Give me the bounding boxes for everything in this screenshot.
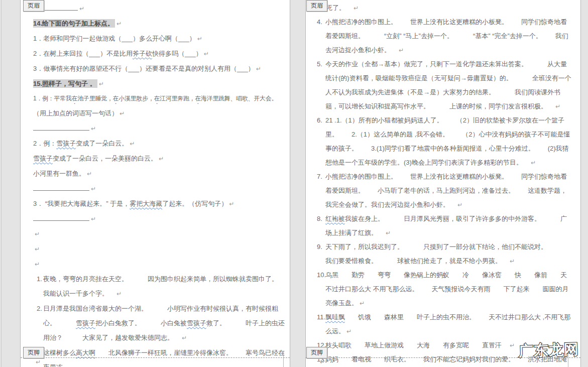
pilcrow-mark: ↵ — [346, 328, 351, 335]
text-run: 把小白兔救了。 小白兔被 — [95, 319, 187, 327]
empty-paragraph[interactable]: ↵ — [33, 241, 289, 257]
pilcrow-mark: ↵ — [360, 300, 365, 307]
wavy-text-run: 雾把大海藏 — [130, 200, 162, 207]
footer-boundary-line — [21, 357, 290, 358]
wavy-text-run: 红袍被 — [325, 215, 345, 222]
pilcrow-mark: ↵ — [386, 229, 391, 236]
wavy-text-run: 雪孩子 — [76, 319, 95, 327]
list-item[interactable]: 11.飘哇飘 饥饿 森林里 叶子上的虫不用治。 天不过井口那么大 ,不用飞那么远… — [317, 310, 573, 338]
section-heading[interactable]: 15.照样子，写句子 。↵ — [33, 76, 289, 91]
list-number: 9. — [317, 240, 322, 254]
paragraph[interactable]: ↵ — [33, 181, 289, 196]
text-run: 枝头唱歌 草地上做游戏 大海 有多宽呢 直冒汗 — [325, 341, 508, 349]
text-run: 小熊把洁净的围巾围上。 世界上没有比这更糟糕的小板凳。 同学们惊奇地看着爱因斯坦… — [325, 18, 568, 54]
section-heading[interactable]: 14.给下面的句子加上标点。↵ — [33, 16, 289, 31]
list-item[interactable]: 8.红袍被我披在身上。 日月潭风光秀丽，吸引了许许多多的中外游客。 广场上挂满了… — [317, 212, 573, 240]
list-item[interactable]: 10.乌黑 勤劳 弯弯 像热锅上的蚂蚁 冷 像冰窖 快 像箭 天不过井口那么大 … — [317, 268, 573, 310]
pilcrow-mark: ↵ — [91, 125, 96, 132]
text-run: 江河里奔跑， — [160, 95, 195, 102]
pilcrow-mark: ↵ — [35, 230, 40, 237]
text-run: 2．在树上来回拉（___）不是比用 — [33, 50, 133, 57]
text-run: 变成了一朵白云，一朵美丽的白云。 — [53, 155, 157, 162]
pilcrow-mark: ↵ — [354, 5, 359, 12]
pilcrow-mark: ↵ — [116, 290, 122, 297]
text-run: 2．例： — [33, 140, 56, 147]
list-item[interactable]: 5.今天的作业（全都→基本）做完了，只剩下一道化学题还未算出答案。 从大量统计(… — [317, 57, 573, 113]
empty-paragraph[interactable]: ↵ — [33, 226, 289, 241]
text-run: 小溪里散步， — [119, 95, 154, 102]
list-number: 7. — [317, 170, 322, 184]
empty-paragraph[interactable]: ↵ — [33, 257, 289, 272]
highlighted-heading-text: 14.给下面的句子加上标点。 — [33, 19, 115, 28]
wavy-text-run: 斧子砍 — [133, 50, 152, 57]
footer-area-tag: 页脚 — [306, 347, 327, 358]
list-item[interactable]: 6.21 .1.（1）所有的小猫都被妈妈送人了。 （2）旧的软垫被卡罗尔放在一个… — [317, 113, 573, 170]
paragraph[interactable]: 3． “我要把大海藏起来。” 于是，雾把大海藏了起来。（仿写句子）↵ — [33, 196, 289, 211]
highlighted-heading-text: 15.照样子，写句子 。 — [33, 79, 97, 88]
wavy-text-run: 高大啊 — [76, 349, 95, 356]
pilcrow-mark: ↵ — [159, 155, 164, 162]
paragraph[interactable]: 2．在树上来回拉（___）不是比用斧子砍快得多吗（___）↵ — [33, 46, 289, 61]
footer-area-tag: 页脚 — [23, 347, 44, 358]
paragraph[interactable]: ↵ — [33, 211, 289, 226]
list-item[interactable]: 4.小熊把洁净的围巾围上。 世界上没有比这更糟糕的小板凳。 同学们惊奇地看着爱因… — [317, 15, 573, 57]
pilcrow-mark: ↵ — [229, 200, 234, 207]
text-run: 1．例：平常我 — [33, 95, 72, 102]
pilcrow-mark: ↵ — [35, 261, 40, 268]
list-number: 2. — [37, 301, 42, 316]
paragraph[interactable]: 雪孩子变成了一朵白云，一朵美丽的白云。↵ — [33, 151, 289, 166]
text-run: （用上加点的词语写一句话） — [33, 109, 118, 117]
text-run: 小河里有一群鱼。 — [33, 170, 85, 177]
text-run: 了起来。（仿写句子） — [162, 200, 227, 207]
continued-paragraph[interactable]: 死了。 ↵ — [326, 1, 573, 15]
answer-blank — [33, 213, 89, 221]
wavy-text-run: 雪孩子 — [56, 140, 76, 147]
pilcrow-mark: ↵ — [120, 110, 125, 117]
paragraph[interactable]: 1．老师和同学们一起做游戏（___）多么开心啊（___）↵ — [33, 31, 289, 46]
pilcrow-mark: ↵ — [87, 170, 92, 177]
paragraph[interactable]: （用上加点的词语写一句话）↵ — [33, 106, 289, 121]
document-page-right: 页眉 死了。 ↵4.小熊把洁净的围巾围上。 世界上没有比这更糟糕的小板凳。 同学… — [305, 0, 581, 367]
pilcrow-mark: ↵ — [116, 20, 122, 27]
text-run: 我披在身上。 日月潭风光秀丽，吸引了许许多多的中外游客。 广场上挂满了红旗。 — [325, 215, 567, 236]
text-run: 快得多吗（___） — [152, 50, 202, 57]
pilcrow-mark: ↵ — [130, 140, 135, 147]
text-run: 3．做事情光有好的愿望还不行（___）还要看是不是真的对别人有用（___） — [33, 65, 255, 72]
list-item[interactable]: 9.天下雨了，所以我迟到了。 只摸到了一部分就下结论，他们不能说对。 我们要爱惜… — [317, 240, 573, 268]
continued-paragraph[interactable]: ↵ — [44, 1, 289, 16]
text-run: 死了。 — [326, 4, 352, 12]
list-item[interactable]: 2.日月潭是我国台湾省最大的一个湖。 小明写作业有时候很认真，有时候很粗心。 雪… — [37, 301, 289, 345]
wavy-text-run: 雪孩子 — [187, 319, 206, 327]
text-run: 天下雨了，所以我迟到了。 只摸到了一部分就下结论，他们不能说对。 我们要爱惜粮食… — [325, 243, 567, 265]
document-page-left: 页眉 ↵14.给下面的句子加上标点。↵1．老师和同学们一起做游戏（___）多么开… — [20, 0, 290, 367]
list-number: 8. — [317, 212, 322, 226]
emdot-text-run: 在 — [154, 95, 160, 102]
pilcrow-mark: ↵ — [457, 201, 462, 208]
paragraph[interactable]: 2．例：雪孩子变成了一朵白云。↵ — [33, 136, 289, 151]
document-text-area[interactable]: ↵14.给下面的句子加上标点。↵1．老师和同学们一起做游戏（___）多么开心啊（… — [33, 1, 289, 367]
pilcrow-mark: ↵ — [91, 215, 96, 222]
pilcrow-mark: ↵ — [555, 103, 560, 110]
answer-blank — [33, 183, 89, 191]
list-item[interactable]: 7.小熊把洁净的围巾围上。 世界上没有比这更糟糕的小板凳。 同学们惊奇地看着爱因… — [317, 170, 573, 212]
pilcrow-mark: ↵ — [204, 50, 209, 57]
paragraph[interactable]: ↵ — [33, 121, 289, 136]
text-run: 池子里睡觉， — [77, 95, 112, 102]
pilcrow-mark: ↵ — [91, 185, 96, 192]
list-number: 11. — [317, 310, 325, 324]
header-area-tag: 页眉 — [23, 0, 44, 12]
document-text-area[interactable]: 死了。 ↵4.小熊把洁净的围巾围上。 世界上没有比这更糟糕的小板凳。 同学们惊奇… — [317, 1, 573, 367]
paragraph[interactable]: 小河里有一群鱼。↵ — [33, 166, 289, 181]
list-item[interactable]: 1.夜晚，弯弯的月亮挂在天空。 因为围巾织起来简单，所以蜘蛛就卖围巾了。 我能认… — [37, 272, 289, 301]
text-run: 变成了一朵白云。 — [76, 140, 128, 147]
text-run: 1．老师和同学们一起做游戏（___）多么开心啊（___） — [33, 35, 196, 42]
paragraph[interactable]: 3．做事情光有好的愿望还不行（___）还要看是不是真的对别人有用（___）↵ — [33, 61, 289, 76]
text-run: 海洋里跳舞、唱歌、开大会。 — [201, 95, 277, 102]
text-run: 小熊把洁净的围巾围上。 世界上没有比这更糟糕的小板凳。 同学们惊奇地看着爱因斯坦… — [325, 173, 567, 208]
list-number: 6. — [317, 113, 322, 128]
pilcrow-mark: ↵ — [79, 5, 84, 12]
list-item[interactable]: 3.这棵树多么高大啊 北风像狮子一样狂吼，崖缝里冷得像冰窖。 寒号鸟已经在夜里冻 — [37, 345, 289, 367]
paragraph[interactable]: 1．例：平常我在池子里睡觉，在小溪里散步，在江河里奔跑，在海洋里跳舞、唱歌、开大… — [33, 91, 289, 106]
text-run: 饥饿 森林里 叶子上的虫不用治。 天不过井口那么大 ,不用飞那么远。 — [325, 313, 570, 335]
wavy-text-run: 雪孩子 — [33, 155, 53, 162]
